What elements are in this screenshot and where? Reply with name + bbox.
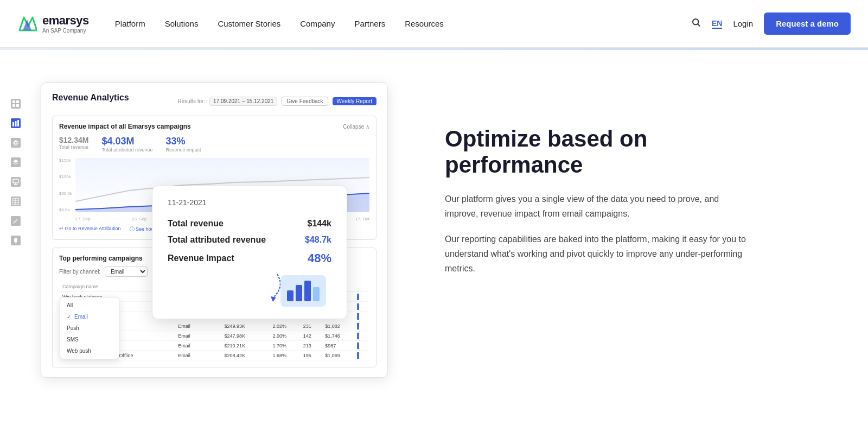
actions-cell: ▌ (354, 312, 369, 321)
revenue-impact-label: Revenue impact (166, 147, 201, 153)
give-feedback-button[interactable]: Give Feedback (282, 97, 328, 106)
sidebar-icon-bell[interactable] (11, 236, 21, 245)
y-label-0k: $0.0k (59, 207, 72, 212)
svg-line-3 (698, 24, 699, 26)
x-label-17oct: 17. Oct (355, 217, 369, 221)
col-actions (354, 281, 369, 292)
nav-resources[interactable]: Resources (405, 19, 444, 28)
filter-label: Filter by channel: (59, 269, 100, 275)
sidebar-icon-chart[interactable] (11, 118, 21, 128)
language-button[interactable]: EN (712, 19, 722, 29)
cr-cell: 2.02% (270, 321, 300, 331)
svg-rect-16 (12, 198, 19, 205)
dropdown-email[interactable]: ✓ Email (60, 311, 119, 322)
nav-platform[interactable]: Platform (115, 19, 145, 28)
nav-customer-stories[interactable]: Customer Stories (218, 19, 280, 28)
orders-cell: 231 (300, 321, 322, 331)
tooltip-total-revenue-row: Total revenue $144k (168, 216, 331, 232)
svg-rect-20 (15, 242, 17, 243)
actions-cell: ▌ (354, 341, 369, 351)
sidebar-icon-settings[interactable] (11, 138, 21, 148)
actions-cell: ▌ (354, 321, 369, 331)
tooltip-total-revenue-value: $144k (308, 219, 332, 229)
svg-rect-13 (13, 179, 18, 183)
dropdown-sms[interactable]: SMS (60, 334, 119, 345)
y-label-50k: $50.0k (59, 191, 72, 196)
revenue-cell: $249.93K (221, 321, 269, 331)
sidebar-icon-table[interactable] (11, 197, 21, 206)
aov-cell: $1,082 (322, 321, 354, 331)
bar-1 (287, 290, 293, 301)
orders-cell: 213 (300, 341, 322, 351)
chart-icon-box (280, 275, 326, 307)
aov-cell: $1,746 (322, 331, 354, 341)
svg-rect-6 (12, 104, 15, 107)
svg-rect-9 (15, 121, 17, 126)
revenue-cell: $247.98K (221, 331, 269, 341)
channel-cell: Email (175, 331, 221, 341)
svg-rect-5 (16, 100, 19, 103)
dashboard-controls: Results for: 17.09.2021 – 15.12.2021 Giv… (178, 97, 376, 106)
svg-point-21 (15, 243, 16, 244)
channel-dropdown: All ✓ Email Push SMS Web push (60, 297, 119, 359)
weekly-report-button[interactable]: Weekly Report (333, 97, 376, 105)
logo-sub: An SAP Company (42, 28, 89, 34)
channel-filter-select[interactable]: Email All Push SMS Web push (105, 267, 148, 277)
svg-rect-8 (12, 122, 14, 126)
main-section: Revenue Analytics Results for: 17.09.202… (0, 50, 868, 430)
sidebar-icon-layers[interactable] (11, 157, 21, 167)
login-button[interactable]: Login (733, 19, 753, 28)
nav-solutions[interactable]: Solutions (165, 19, 199, 28)
campaign-header: Revenue impact of all Emarsys campaigns … (59, 123, 369, 130)
nav-links: Platform Solutions Customer Stories Comp… (115, 19, 691, 28)
sidebar-icon-monitor[interactable] (11, 177, 21, 187)
channel-cell: Email (175, 351, 221, 360)
dropdown-all[interactable]: All (60, 300, 119, 311)
dropdown-push[interactable]: Push (60, 322, 119, 334)
cr-cell: 1.68% (270, 351, 300, 360)
tooltip-impact-row: Revenue Impact 48% (168, 248, 331, 269)
date-range[interactable]: 17.09.2021 – 15.12.2021 (209, 97, 277, 106)
tooltip-attributed-value: $48.7k (305, 235, 331, 245)
channel-cell: Email (175, 341, 221, 351)
y-label-150k: $150k (59, 158, 72, 163)
bar-3 (304, 281, 311, 301)
collapse-button[interactable]: Collapse ∧ (343, 124, 369, 130)
svg-rect-10 (17, 120, 19, 126)
total-revenue-stat: $12.34M Total revenue (59, 136, 88, 153)
nav-company[interactable]: Company (300, 19, 335, 28)
right-para1: Our platform gives you a single view of … (445, 192, 749, 221)
tooltip-popup: 11-21-2021 Total revenue $144k Total att… (152, 186, 347, 319)
attributed-revenue-value: $4.03M (101, 136, 152, 147)
svg-marker-23 (271, 296, 276, 302)
nav-partners[interactable]: Partners (354, 19, 385, 28)
dropdown-webpush[interactable]: Web push (60, 345, 119, 357)
tooltip-attributed-label: Total attributed revenue (168, 235, 266, 245)
attributed-revenue-stat: $4.03M Total attributed revenue (101, 136, 152, 153)
channel-cell: Email (175, 321, 221, 331)
revenue-cell: $210.21K (221, 341, 269, 351)
x-label-23sep: 23. Sep (132, 217, 147, 221)
sidebar-icon-edit[interactable] (11, 216, 21, 226)
total-revenue-label: Total revenue (59, 144, 88, 150)
search-button[interactable] (691, 17, 701, 30)
tooltip-total-revenue-label: Total revenue (168, 219, 224, 229)
right-para2: Our reporting capabilities are baked int… (445, 232, 749, 276)
chart-y-axis: $150k $100k $50.0k $0.0k (59, 158, 75, 212)
request-demo-button[interactable]: Request a demo (764, 12, 851, 35)
svg-point-11 (15, 142, 17, 144)
revenue-impact-value: 33% (166, 136, 201, 147)
svg-rect-7 (16, 104, 19, 107)
tooltip-date: 11-21-2021 (168, 198, 331, 207)
stats-row: $12.34M Total revenue $4.03M Total attri… (59, 136, 369, 153)
revenue-attribution-link[interactable]: ↩ Go to Revenue Attribution (59, 226, 121, 233)
cr-cell: 1.70% (270, 341, 300, 351)
tooltip-impact-label: Revenue Impact (168, 253, 234, 263)
actions-cell: ▌ (354, 331, 369, 341)
svg-rect-4 (12, 100, 15, 103)
sidebar-icon-grid[interactable] (11, 99, 21, 109)
campaign-section-title: Revenue impact of all Emarsys campaigns (59, 123, 191, 130)
revenue-impact-stat: 33% Revenue impact (166, 136, 201, 153)
tooltip-attributed-row: Total attributed revenue $48.7k (168, 232, 331, 248)
attributed-revenue-label: Total attributed revenue (101, 147, 152, 153)
